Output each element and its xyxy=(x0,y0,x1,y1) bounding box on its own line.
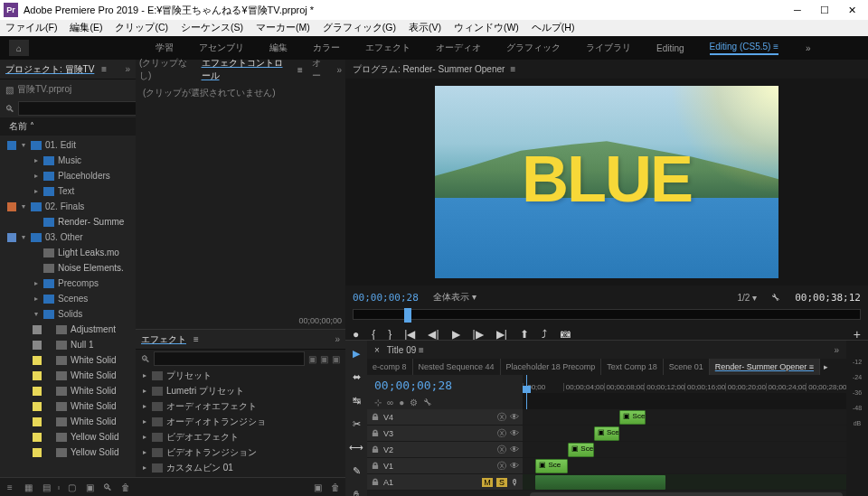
workspace-overflow-button[interactable]: » xyxy=(806,43,811,53)
project-item[interactable]: White Solid xyxy=(0,352,136,368)
find-button[interactable]: 🔍︎ xyxy=(101,482,114,494)
project-bin[interactable]: ▾01. Edit xyxy=(0,137,136,153)
workspace-tab[interactable]: Editing xyxy=(656,43,684,53)
video-clip[interactable]: ▣ Scen xyxy=(568,443,594,457)
effect-folder[interactable]: ▸Lumetri プリセット xyxy=(136,383,345,398)
mark-in-button[interactable]: { xyxy=(372,328,375,341)
workspace-tab[interactable]: 編集 xyxy=(269,42,288,54)
workspace-tab[interactable]: アセンブリ xyxy=(199,42,244,54)
sequence-tab[interactable]: Render- Summer Opener ≡ xyxy=(710,359,820,375)
project-bin[interactable]: ▸Placeholders xyxy=(0,168,136,183)
sequence-tab[interactable]: Nested Sequence 44 xyxy=(413,359,501,375)
home-button[interactable]: ⌂ xyxy=(9,40,29,56)
source-overflow-icon[interactable]: » xyxy=(336,65,342,75)
workspace-tab[interactable]: 学習 xyxy=(156,42,174,54)
effects-trash-button[interactable]: 🗑︎ xyxy=(329,482,342,494)
project-item[interactable]: White Solid xyxy=(0,383,136,398)
video-track-header[interactable]: 🔒︎V3ⓧ👁︎ xyxy=(367,426,523,442)
add-marker-button[interactable]: ● xyxy=(353,328,359,341)
audio-tab[interactable]: オー xyxy=(312,57,328,82)
menu-item[interactable]: ファイル(F) xyxy=(5,22,57,34)
settings-button[interactable]: ⚙︎ xyxy=(410,398,418,407)
marker-button[interactable]: ● xyxy=(399,398,404,407)
project-search-input[interactable] xyxy=(18,101,142,116)
effects-new-bin-button[interactable]: ▣ xyxy=(311,482,324,494)
icon-view-button[interactable]: ▦ xyxy=(22,482,34,494)
timeline-timecode[interactable]: 00;00;00;28 xyxy=(367,375,523,396)
hand-tool[interactable]: ✋︎ xyxy=(349,487,363,496)
menu-item[interactable]: 表示(V) xyxy=(409,22,441,34)
snap-button[interactable]: ⊹ xyxy=(374,398,382,407)
video-clip[interactable]: ▣ Scene xyxy=(594,426,620,441)
new-item-button[interactable]: ▣ xyxy=(83,482,96,494)
lock-icon[interactable]: 🔒︎ xyxy=(371,428,380,438)
menu-item[interactable]: マーカー(M) xyxy=(256,22,310,34)
lift-button[interactable]: ⬆ xyxy=(520,328,529,341)
project-bin[interactable]: ▸Music xyxy=(0,153,136,168)
go-to-out-button[interactable]: ▶| xyxy=(496,328,507,341)
mark-out-button[interactable]: } xyxy=(388,328,392,341)
project-bin[interactable]: ▸Precomps xyxy=(0,276,136,291)
panel-menu-icon[interactable]: ≡ xyxy=(101,64,107,74)
video-track[interactable]: ▣ Sce xyxy=(523,458,846,474)
menu-item[interactable]: ヘルプ(H) xyxy=(532,22,575,34)
project-bin[interactable]: ▾03. Other xyxy=(0,229,136,245)
audio-track-header[interactable]: 🔒︎A1MS🎙︎ xyxy=(367,474,523,491)
mute-button[interactable]: M xyxy=(482,478,493,487)
effect-folder[interactable]: ▸プリセット xyxy=(136,368,345,383)
menu-item[interactable]: ウィンドウ(W) xyxy=(454,22,519,34)
toggle-output-icon[interactable]: ⓧ xyxy=(497,444,506,456)
lock-icon[interactable]: 🔒︎ xyxy=(371,477,380,487)
video-track[interactable]: ▣ Scen xyxy=(523,409,846,426)
step-forward-button[interactable]: |▶ xyxy=(473,328,484,341)
list-view-button[interactable]: ≡ xyxy=(4,482,16,494)
program-zoom-select[interactable]: 全体表示 ▾ xyxy=(428,290,482,304)
sequence-tab[interactable]: Placeholder 18 Precomp xyxy=(501,359,602,375)
fx-badge-3-icon[interactable]: ▣ xyxy=(332,354,340,364)
program-playhead-icon[interactable] xyxy=(404,308,411,323)
project-item[interactable]: White Solid xyxy=(0,414,136,429)
project-item[interactable]: Null 1 xyxy=(0,337,136,352)
video-track-header[interactable]: 🔒︎V4ⓧ👁︎ xyxy=(367,409,523,426)
effect-controls-menu-icon[interactable]: ≡ xyxy=(297,65,303,75)
effects-menu-icon[interactable]: ≡ xyxy=(193,334,199,344)
fx-badge-1-icon[interactable]: ▣ xyxy=(308,354,316,364)
menu-item[interactable]: 編集(E) xyxy=(70,22,102,34)
freeform-view-button[interactable]: ▤ xyxy=(40,482,52,494)
video-clip[interactable]: ▣ Scen xyxy=(619,410,646,425)
pen-tool[interactable]: ✎ xyxy=(349,463,363,478)
selection-tool[interactable]: ▶ xyxy=(349,346,363,360)
wrench-button[interactable]: 🔧︎ xyxy=(423,398,432,407)
workspace-tab[interactable]: カラー xyxy=(313,42,340,54)
slip-tool[interactable]: ⟷ xyxy=(349,440,363,454)
toggle-output-icon[interactable]: ⓧ xyxy=(497,427,506,440)
project-item[interactable]: Render- Summe xyxy=(0,214,136,229)
program-tab[interactable]: プログラム: Render- Summer Opener xyxy=(353,63,505,76)
razor-tool[interactable]: ✂︎ xyxy=(349,416,363,431)
program-menu-icon[interactable]: ≡ xyxy=(510,64,515,74)
project-bin[interactable]: ▸Scenes xyxy=(0,291,136,306)
video-track-header[interactable]: 🔒︎V2ⓧ👁︎ xyxy=(367,442,523,458)
effect-folder[interactable]: ▸ビデオトランジション xyxy=(136,445,345,460)
extract-button[interactable]: ⤴ xyxy=(542,328,547,341)
effect-folder[interactable]: ▸オーディオエフェクト xyxy=(136,398,345,414)
video-track-header[interactable]: 🔒︎V1ⓧ👁︎ xyxy=(367,458,523,474)
eye-icon[interactable]: 👁︎ xyxy=(510,461,519,471)
panel-overflow-icon[interactable]: » xyxy=(125,64,130,74)
workspace-tab[interactable]: エフェクト xyxy=(365,42,410,54)
program-current-timecode[interactable]: 00;00;00;28 xyxy=(353,292,419,304)
go-to-in-button[interactable]: |◀ xyxy=(404,328,415,341)
menu-item[interactable]: シーケンス(S) xyxy=(181,22,243,34)
project-tab[interactable]: プロジェクト: 冒険TV xyxy=(5,63,94,76)
toggle-output-icon[interactable]: ⓧ xyxy=(497,460,506,473)
effects-tab[interactable]: エフェクト xyxy=(141,333,186,346)
program-monitor[interactable]: BLUE xyxy=(435,86,778,278)
zoom-slider[interactable] xyxy=(58,486,60,490)
close-button[interactable]: ✕ xyxy=(846,5,857,15)
video-clip[interactable]: ▣ Sce xyxy=(535,459,568,473)
sort-column-name[interactable]: 名前 xyxy=(9,121,27,131)
project-bin[interactable]: ▾02. Finals xyxy=(0,199,136,214)
sequence-tab[interactable]: Text Comp 18 xyxy=(601,359,664,375)
toggle-output-icon[interactable]: ⓧ xyxy=(497,411,506,424)
fx-badge-2-icon[interactable]: ▣ xyxy=(320,354,328,364)
